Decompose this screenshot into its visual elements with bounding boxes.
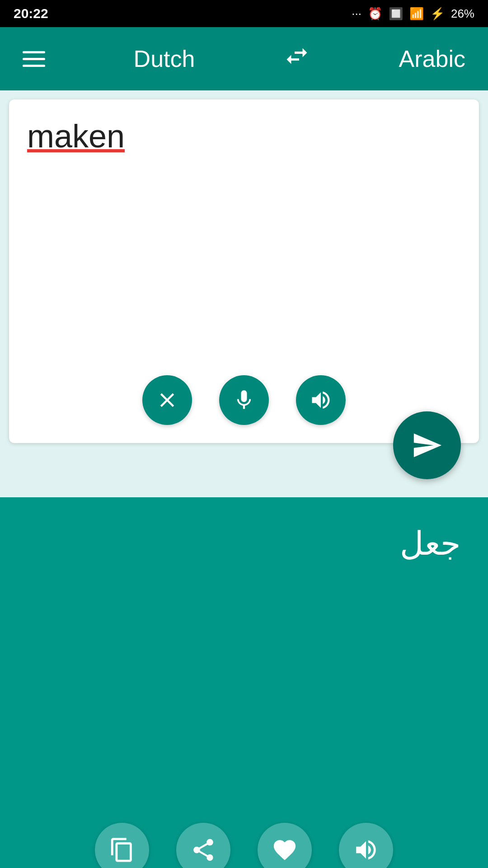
app-header: Dutch Arabic: [0, 27, 488, 90]
favorite-button[interactable]: [258, 823, 312, 868]
translated-text: جعل: [400, 524, 461, 562]
copy-button[interactable]: [95, 823, 149, 868]
translate-button[interactable]: [393, 411, 461, 479]
hamburger-line-3: [23, 65, 45, 67]
main-content: maken: [0, 99, 488, 868]
volume-target-icon: [353, 837, 379, 863]
status-icons: ··· ⏰ 🔲 📶 ⚡ 26%: [352, 7, 474, 21]
time-display: 20:22: [14, 6, 48, 21]
input-section[interactable]: maken: [9, 99, 479, 443]
clear-button[interactable]: [142, 375, 192, 425]
swap-languages-button[interactable]: [283, 42, 310, 75]
source-text[interactable]: maken: [27, 118, 461, 155]
speak-target-button[interactable]: [339, 823, 393, 868]
send-icon: [411, 429, 443, 461]
alarm-icon: ⏰: [368, 7, 382, 21]
hamburger-line-1: [23, 51, 45, 53]
copy-icon: [109, 837, 135, 863]
source-language-button[interactable]: Dutch: [134, 45, 195, 72]
close-icon: [155, 388, 179, 412]
microphone-icon: [232, 388, 256, 412]
output-controls: [0, 823, 488, 868]
status-bar: 20:22 ··· ⏰ 🔲 📶 ⚡ 26%: [0, 0, 488, 27]
microphone-button[interactable]: [219, 375, 269, 425]
more-icon: ···: [352, 7, 361, 21]
output-section: جعل: [0, 497, 488, 868]
volume-icon: [309, 388, 333, 412]
menu-button[interactable]: [23, 51, 45, 67]
signal-icon: 📶: [409, 7, 424, 21]
speak-source-button[interactable]: [296, 375, 346, 425]
input-wrapper: maken: [0, 99, 488, 443]
share-icon: [190, 837, 216, 863]
target-language-button[interactable]: Arabic: [399, 45, 465, 72]
hamburger-line-2: [23, 58, 45, 60]
share-button[interactable]: [176, 823, 230, 868]
battery-display: 26%: [451, 7, 474, 21]
charging-icon: ⚡: [430, 7, 445, 21]
heart-icon: [272, 837, 298, 863]
sim-icon: 🔲: [389, 7, 403, 21]
